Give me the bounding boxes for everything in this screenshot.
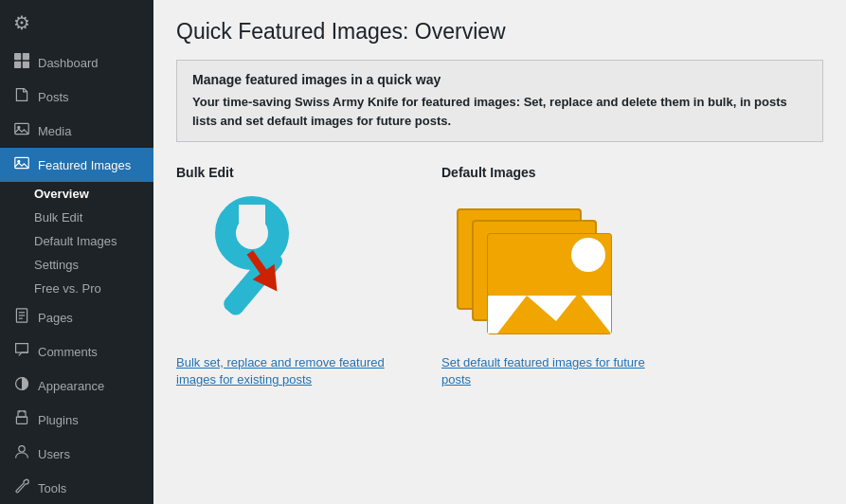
sidebar-item-label: Appearance bbox=[38, 379, 104, 393]
submenu-item-default-images[interactable]: Default Images bbox=[0, 229, 153, 253]
info-box-text: Your time-saving Swiss Army Knife for fe… bbox=[192, 93, 807, 130]
users-icon bbox=[13, 444, 30, 463]
sidebar-item-label: Featured Images bbox=[38, 158, 131, 172]
svg-rect-1 bbox=[23, 53, 29, 60]
sidebar-item-label: Tools bbox=[38, 481, 66, 495]
svg-rect-0 bbox=[14, 53, 21, 60]
bulk-edit-icon bbox=[176, 195, 366, 347]
submenu-item-free-vs-pro[interactable]: Free vs. Pro bbox=[0, 277, 153, 300]
default-images-title: Default Images bbox=[441, 165, 536, 180]
svg-rect-3 bbox=[23, 62, 29, 68]
bulk-edit-link[interactable]: Bulk set, replace and remove featured im… bbox=[176, 354, 385, 388]
svg-rect-20 bbox=[239, 205, 265, 225]
sidebar-item-tools[interactable]: Tools bbox=[0, 471, 153, 504]
default-images-card: Default Images bbox=[441, 165, 650, 388]
sidebar-item-label: Posts bbox=[38, 90, 69, 104]
submenu-item-settings[interactable]: Settings bbox=[0, 253, 153, 277]
bulk-edit-card: Bulk Edit bbox=[176, 165, 385, 388]
sidebar: ⚙ Dashboard Posts Media Featured Images … bbox=[0, 0, 153, 504]
svg-point-30 bbox=[571, 238, 605, 272]
appearance-icon bbox=[13, 376, 30, 395]
posts-icon bbox=[13, 87, 30, 106]
sidebar-item-featured-images[interactable]: Featured Images bbox=[0, 148, 153, 182]
dashboard-icon bbox=[13, 53, 30, 72]
plugins-icon bbox=[13, 410, 30, 429]
wp-logo-icon: ⚙ bbox=[13, 11, 30, 34]
sidebar-item-label: Comments bbox=[38, 345, 98, 359]
cards-row: Bulk Edit bbox=[176, 165, 823, 388]
featured-images-icon bbox=[13, 155, 30, 174]
sidebar-item-media[interactable]: Media bbox=[0, 114, 153, 148]
page-title: Quick Featured Images: Overview bbox=[176, 19, 823, 45]
media-icon bbox=[13, 121, 30, 140]
sidebar-item-label: Media bbox=[38, 124, 71, 138]
comments-icon bbox=[13, 342, 30, 361]
tools-icon bbox=[13, 478, 30, 497]
sidebar-item-comments[interactable]: Comments bbox=[0, 334, 153, 369]
default-images-icon bbox=[446, 198, 626, 345]
svg-rect-2 bbox=[14, 62, 21, 68]
sidebar-item-appearance[interactable]: Appearance bbox=[0, 369, 153, 403]
submenu-item-overview[interactable]: Overview bbox=[0, 182, 153, 206]
pages-icon bbox=[13, 308, 30, 327]
site-logo: ⚙ bbox=[0, 0, 153, 45]
sidebar-item-users[interactable]: Users bbox=[0, 437, 153, 471]
bulk-edit-title: Bulk Edit bbox=[176, 165, 234, 180]
info-box-title: Manage featured images in a quick way bbox=[192, 72, 807, 87]
sidebar-item-label: Users bbox=[38, 447, 70, 461]
info-box: Manage featured images in a quick way Yo… bbox=[176, 60, 823, 142]
svg-point-16 bbox=[19, 446, 25, 452]
sidebar-item-posts[interactable]: Posts bbox=[0, 80, 153, 114]
sidebar-item-plugins[interactable]: Plugins bbox=[0, 403, 153, 437]
sidebar-item-dashboard[interactable]: Dashboard bbox=[0, 45, 153, 80]
default-images-icon-area bbox=[441, 195, 631, 347]
sidebar-item-pages[interactable]: Pages bbox=[0, 300, 153, 334]
sidebar-item-label: Plugins bbox=[38, 413, 79, 427]
main-content: Quick Featured Images: Overview Manage f… bbox=[153, 0, 846, 504]
submenu-item-bulk-edit[interactable]: Bulk Edit bbox=[0, 206, 153, 229]
featured-images-submenu: Overview Bulk Edit Default Images Settin… bbox=[0, 182, 153, 300]
sidebar-item-label: Pages bbox=[38, 311, 73, 325]
default-images-link[interactable]: Set default featured images for future p… bbox=[441, 354, 650, 388]
bulk-edit-icon-area bbox=[176, 195, 366, 347]
sidebar-item-label: Dashboard bbox=[38, 56, 99, 70]
